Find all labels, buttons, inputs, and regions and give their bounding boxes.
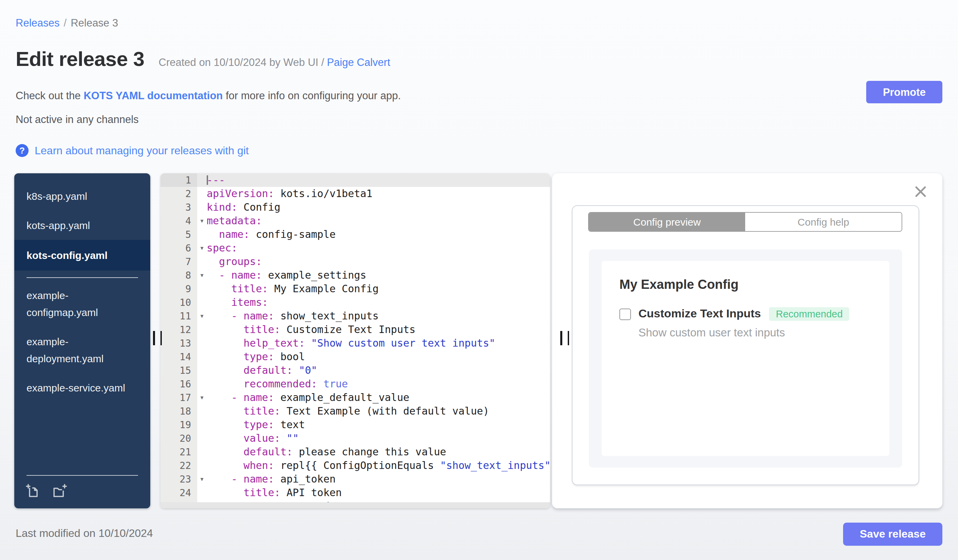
breadcrumb-current: Release 3	[71, 17, 118, 28]
close-icon[interactable]	[914, 185, 928, 198]
code-text: metadata:	[207, 214, 550, 228]
sidebar-footer	[14, 475, 150, 508]
config-group-title: My Example Config	[619, 277, 872, 292]
code-text: ---	[207, 173, 550, 187]
fold-spacer	[197, 459, 207, 472]
save-release-button[interactable]: Save release	[843, 523, 942, 546]
code-line: 23▾ - name: api_token	[160, 472, 550, 486]
add-folder-icon[interactable]	[52, 483, 68, 498]
config-card: My Example Config Customize Text Inputs …	[602, 261, 889, 456]
config-item-checkbox[interactable]	[619, 308, 631, 320]
fold-spacer	[197, 255, 207, 269]
help-icon[interactable]: ?	[16, 144, 29, 157]
line-number: 22	[160, 459, 197, 472]
fold-spacer	[197, 296, 207, 309]
code-text: value: ""	[207, 432, 550, 445]
line-number: 5	[160, 228, 197, 241]
code-line: 16 recommended: true	[160, 377, 550, 391]
file-item[interactable]: k8s-app.yaml	[14, 182, 150, 211]
fold-spacer	[197, 364, 207, 377]
code-text: kind: Config	[207, 201, 550, 214]
line-number: 10	[160, 296, 197, 309]
config-item-help-text: Show custom user text inputs	[638, 326, 872, 339]
fold-arrow-icon[interactable]: ▾	[197, 269, 207, 282]
code-line: 1---	[160, 173, 550, 187]
line-number: 4	[160, 214, 197, 228]
code-line: 7 groups:	[160, 255, 550, 269]
config-preview-panel: Config previewConfig help My Example Con…	[552, 173, 942, 508]
fold-arrow-icon[interactable]: ▾	[197, 391, 207, 404]
code-line: 14 type: bool	[160, 350, 550, 364]
breadcrumb-releases-link[interactable]: Releases	[16, 17, 59, 28]
doc-line: Check out the KOTS YAML documentation fo…	[16, 90, 401, 102]
line-number: 12	[160, 323, 197, 336]
author-link[interactable]: Paige Calvert	[327, 56, 390, 68]
fold-arrow-icon[interactable]: ▾	[197, 214, 207, 228]
yaml-code-editor[interactable]: 1---2apiVersion: kots.io/v1beta13kind: C…	[160, 173, 550, 508]
file-item[interactable]: example-deployment.yaml	[14, 327, 150, 373]
file-list: k8s-app.yamlkots-app.yamlkots-config.yam…	[14, 182, 150, 402]
fold-spacer	[197, 418, 207, 432]
code-line: 19 type: text	[160, 418, 550, 432]
file-list-divider	[27, 277, 138, 278]
file-item[interactable]: kots-config.yaml	[14, 240, 150, 271]
line-number: 24	[160, 486, 197, 500]
fold-arrow-icon[interactable]: ▾	[197, 472, 207, 486]
line-number: 1	[160, 173, 197, 187]
code-line: 5 name: config-sample	[160, 228, 550, 241]
promote-button[interactable]: Promote	[866, 81, 942, 103]
line-number: 13	[160, 336, 197, 350]
file-item[interactable]: example-service.yaml	[14, 373, 150, 402]
doc-line-suffix: for more info on configuring your app.	[223, 90, 401, 101]
code-line: 20 value: ""	[160, 432, 550, 445]
code-line: 8▾ - name: example_settings	[160, 269, 550, 282]
line-number: 19	[160, 418, 197, 432]
code-line: 12 title: Customize Text Inputs	[160, 323, 550, 336]
line-number: 9	[160, 282, 197, 296]
preview-tabs: Config previewConfig help	[588, 212, 902, 232]
fold-spacer	[197, 350, 207, 364]
fold-spacer	[197, 187, 207, 201]
preview-resize-handle[interactable]	[560, 331, 569, 345]
code-lines: 1---2apiVersion: kots.io/v1beta13kind: C…	[160, 173, 550, 508]
recommended-badge: Recommended	[769, 307, 850, 321]
line-number: 6	[160, 241, 197, 255]
code-text: default: please change this value	[207, 445, 550, 459]
line-number: 21	[160, 445, 197, 459]
code-line: 10 items:	[160, 296, 550, 309]
fold-spacer	[197, 432, 207, 445]
fold-arrow-icon[interactable]: ▾	[197, 241, 207, 255]
fold-arrow-icon[interactable]: ▾	[197, 309, 207, 323]
code-line: 24 title: API token	[160, 486, 550, 500]
code-text: - name: show_text_inputs	[207, 309, 550, 323]
code-text: - name: example_default_value	[207, 391, 550, 404]
code-line: 4▾metadata:	[160, 214, 550, 228]
breadcrumb-separator: /	[63, 17, 67, 28]
tab-config-preview[interactable]: Config preview	[589, 213, 745, 231]
code-line: 21 default: please change this value	[160, 445, 550, 459]
code-line: 17▾ - name: example_default_value	[160, 391, 550, 404]
file-item[interactable]: kots-app.yaml	[14, 211, 150, 240]
add-file-icon[interactable]	[25, 483, 40, 498]
fold-spacer	[197, 201, 207, 214]
code-text: type: bool	[207, 350, 550, 364]
git-help-row: ? Learn about managing your releases wit…	[16, 144, 249, 157]
line-number: 3	[160, 201, 197, 214]
code-text: items:	[207, 296, 550, 309]
fold-spacer	[197, 282, 207, 296]
code-text: title: API token	[207, 486, 550, 500]
code-text: title: My Example Config	[207, 282, 550, 296]
fold-spacer	[197, 445, 207, 459]
code-text: spec:	[207, 241, 550, 255]
file-item[interactable]: example-configmap.yaml	[14, 281, 150, 327]
git-releases-link[interactable]: Learn about managing your releases with …	[35, 144, 249, 157]
sidebar-footer-divider	[27, 475, 138, 476]
tab-config-help[interactable]: Config help	[745, 213, 902, 231]
fold-spacer	[197, 173, 207, 187]
sidebar-resize-handle[interactable]	[153, 331, 162, 345]
file-sidebar: k8s-app.yamlkots-app.yamlkots-config.yam…	[14, 173, 150, 508]
kots-yaml-docs-link[interactable]: KOTS YAML documentation	[84, 90, 223, 101]
line-number: 7	[160, 255, 197, 269]
editor-horizontal-scrollbar[interactable]	[160, 502, 550, 508]
line-number: 18	[160, 404, 197, 418]
